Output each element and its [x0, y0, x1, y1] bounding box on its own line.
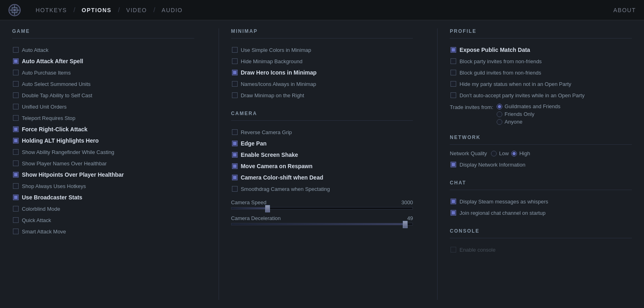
checkbox[interactable] — [13, 138, 19, 143]
checkbox[interactable] — [13, 183, 19, 189]
profile-column: PROFILE Expose Public Match DataBlock pa… — [450, 28, 632, 300]
checkbox[interactable] — [13, 149, 19, 155]
checkbox[interactable] — [13, 217, 19, 223]
option-row: Hide my party status when not in an Open… — [450, 78, 632, 90]
game-opt-7-label[interactable]: Force Right-Click Attack — [22, 126, 87, 133]
nav-hotkeys[interactable]: HOTKEYS — [29, 7, 73, 13]
checkbox[interactable] — [451, 92, 456, 98]
checkbox[interactable] — [13, 172, 19, 178]
camera-opt-2-label[interactable]: Enable Screen Shake — [241, 152, 298, 158]
checkbox[interactable] — [232, 129, 238, 135]
nq-radio-item-1[interactable]: High — [511, 150, 530, 156]
checkbox[interactable] — [451, 162, 456, 167]
nq-radio-label-1[interactable]: High — [519, 150, 530, 156]
minimap-opt-3-label[interactable]: Names/Icons Always in Minimap — [241, 81, 316, 87]
checkbox[interactable] — [13, 47, 19, 53]
chat-opt-1-label[interactable]: Join regional chat channel on startup — [459, 210, 545, 216]
checkbox[interactable] — [451, 81, 456, 87]
checkbox[interactable] — [13, 126, 19, 132]
checkbox[interactable] — [13, 229, 19, 234]
trade-radio-1[interactable] — [497, 111, 502, 117]
checkbox[interactable] — [451, 58, 456, 64]
nav-options[interactable]: OPTIONS — [75, 7, 118, 13]
game-opt-2-label[interactable]: Auto Purchase Items — [22, 70, 71, 76]
checkbox[interactable] — [13, 115, 19, 121]
checkbox[interactable] — [13, 70, 19, 75]
checkbox[interactable] — [232, 186, 238, 192]
trade-radio-label-2[interactable]: Anyone — [505, 119, 523, 125]
nq-radio-1[interactable] — [511, 151, 517, 156]
profile-opt-2-label[interactable]: Block guild invites from non-friends — [459, 70, 541, 76]
camera-opt-1-label[interactable]: Edge Pan — [241, 140, 267, 147]
game-opt-10-label[interactable]: Show Player Names Over Healthbar — [22, 160, 107, 167]
game-opt-6-label[interactable]: Teleport Requires Stop — [22, 115, 75, 121]
minimap-opt-0-label[interactable]: Use Simple Colors in Minimap — [241, 47, 311, 53]
nav-video[interactable]: VIDEO — [120, 7, 153, 13]
checkbox[interactable] — [232, 141, 238, 146]
option-row: Double Tap Ability to Self Cast — [12, 90, 194, 101]
checkbox[interactable] — [13, 81, 19, 87]
checkbox[interactable] — [232, 58, 238, 64]
nq-radio-0[interactable] — [491, 151, 497, 156]
checkbox[interactable] — [13, 160, 19, 166]
game-opt-4-label[interactable]: Double Tap Ability to Self Cast — [22, 92, 92, 98]
nav-audio[interactable]: AUDIO — [155, 7, 189, 13]
camera-opt-5-label[interactable]: Smoothdrag Camera when Spectating — [241, 186, 330, 192]
game-opt-5-label[interactable]: Unified Unit Orders — [22, 104, 67, 110]
trade-radio-label-0[interactable]: Guildmates and Friends — [505, 103, 561, 109]
game-opt-13-label[interactable]: Use Broadcaster Stats — [22, 194, 82, 201]
checkbox[interactable] — [451, 70, 456, 75]
game-opt-15-label[interactable]: Quick Attack — [22, 217, 51, 223]
nq-radio-label-0[interactable]: Low — [499, 150, 509, 156]
trade-radio-label-1[interactable]: Friends Only — [505, 111, 535, 117]
game-opt-8-label[interactable]: Holding ALT Highlights Hero — [22, 137, 99, 144]
profile-opt-1-label[interactable]: Block party invites from non-friends — [459, 58, 542, 64]
network-opt-0-label[interactable]: Display Network Information — [459, 162, 525, 168]
checkbox[interactable] — [232, 163, 238, 169]
network-quality-label: Network Quality — [450, 150, 487, 156]
checkbox[interactable] — [451, 199, 456, 204]
checkbox[interactable] — [232, 81, 238, 87]
profile-opt-4-label[interactable]: Don't auto-accept party invites while in… — [459, 92, 584, 98]
checkbox[interactable] — [13, 195, 19, 200]
game-opt-9-label[interactable]: Show Ability Rangefinder While Casting — [22, 149, 114, 155]
camera-opt-3-label[interactable]: Move Camera on Respawn — [241, 163, 312, 169]
camera-decel-slider[interactable] — [231, 223, 413, 225]
nq-radio-item-0[interactable]: Low — [491, 150, 509, 156]
checkbox[interactable] — [13, 104, 19, 109]
checkbox[interactable] — [451, 47, 456, 53]
checkbox[interactable] — [232, 152, 238, 158]
camera-opt-0-label[interactable]: Reverse Camera Grip — [241, 129, 292, 135]
nav-about[interactable]: ABOUT — [613, 7, 636, 13]
checkbox[interactable] — [232, 175, 238, 180]
trade-radio-2[interactable] — [497, 119, 502, 125]
game-opt-3-label[interactable]: Auto Select Summoned Units — [22, 81, 91, 87]
trade-radio-item-0[interactable]: Guildmates and Friends — [497, 103, 561, 109]
camera-opt-4-label[interactable]: Camera Color-shift when Dead — [241, 174, 323, 181]
game-opt-14-label[interactable]: Colorblind Mode — [22, 206, 60, 212]
checkbox[interactable] — [232, 92, 238, 98]
checkbox[interactable] — [13, 92, 19, 98]
minimap-opt-4-label[interactable]: Draw Minimap on the Right — [241, 92, 304, 98]
trade-radio-item-2[interactable]: Anyone — [497, 119, 561, 125]
camera-speed-slider[interactable] — [231, 207, 413, 210]
game-opt-12-label[interactable]: Shop Always Uses Hotkeys — [22, 183, 86, 189]
checkbox[interactable] — [232, 70, 238, 75]
checkbox[interactable] — [13, 206, 19, 212]
game-opt-0-label[interactable]: Auto Attack — [22, 47, 49, 53]
profile-opt-3-label[interactable]: Hide my party status when not in an Open… — [459, 81, 571, 87]
minimap-opt-1-label[interactable]: Hide Minimap Background — [241, 58, 302, 64]
option-row: Use Simple Colors in Minimap — [231, 44, 413, 56]
minimap-opt-2-label[interactable]: Draw Hero Icons in Minimap — [241, 69, 317, 76]
console-opt-0-label[interactable]: Enable console — [459, 247, 495, 253]
checkbox[interactable] — [13, 58, 19, 64]
trade-radio-item-1[interactable]: Friends Only — [497, 111, 561, 117]
game-opt-16-label[interactable]: Smart Attack Move — [22, 229, 66, 235]
checkbox[interactable] — [451, 210, 456, 216]
checkbox[interactable] — [232, 47, 238, 53]
trade-radio-0[interactable] — [497, 104, 502, 109]
game-opt-11-label[interactable]: Show Hitpoints Over Player Healthbar — [22, 171, 124, 178]
profile-opt-0-label[interactable]: Expose Public Match Data — [459, 47, 530, 53]
game-opt-1-label[interactable]: Auto Attack After Spell — [22, 58, 83, 64]
chat-opt-0-label[interactable]: Display Steam messages as whispers — [459, 199, 548, 205]
